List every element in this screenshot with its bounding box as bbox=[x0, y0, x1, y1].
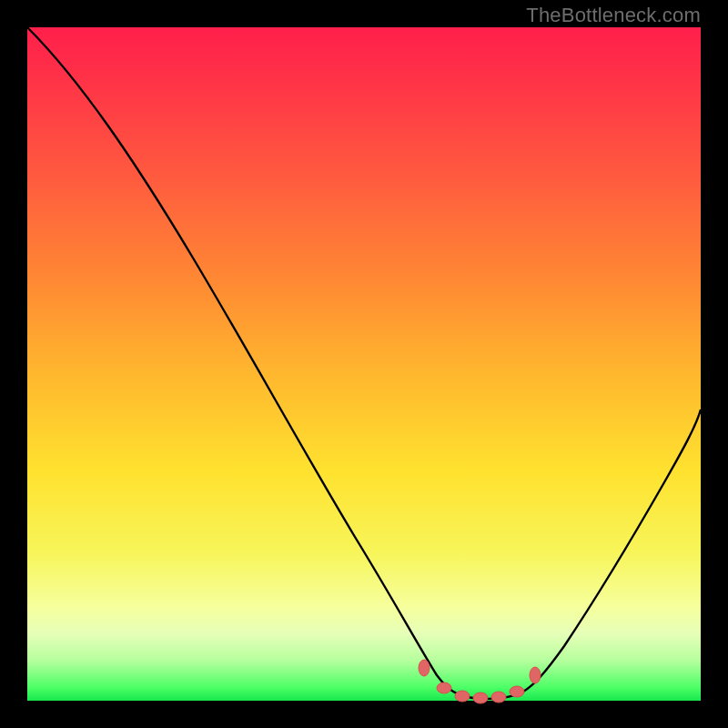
watermark-text: TheBottleneck.com bbox=[526, 4, 701, 27]
bead-right-end bbox=[530, 667, 541, 683]
bottleneck-curve bbox=[27, 27, 701, 701]
bead-5 bbox=[491, 692, 506, 703]
bead-6 bbox=[510, 686, 524, 697]
curve-path bbox=[27, 27, 701, 699]
chart-frame: TheBottleneck.com bbox=[0, 0, 728, 728]
plot-area bbox=[27, 27, 701, 701]
bead-left-end bbox=[419, 660, 430, 676]
bead-4 bbox=[473, 693, 488, 703]
bead-2 bbox=[437, 682, 451, 693]
bead-3 bbox=[455, 691, 470, 702]
